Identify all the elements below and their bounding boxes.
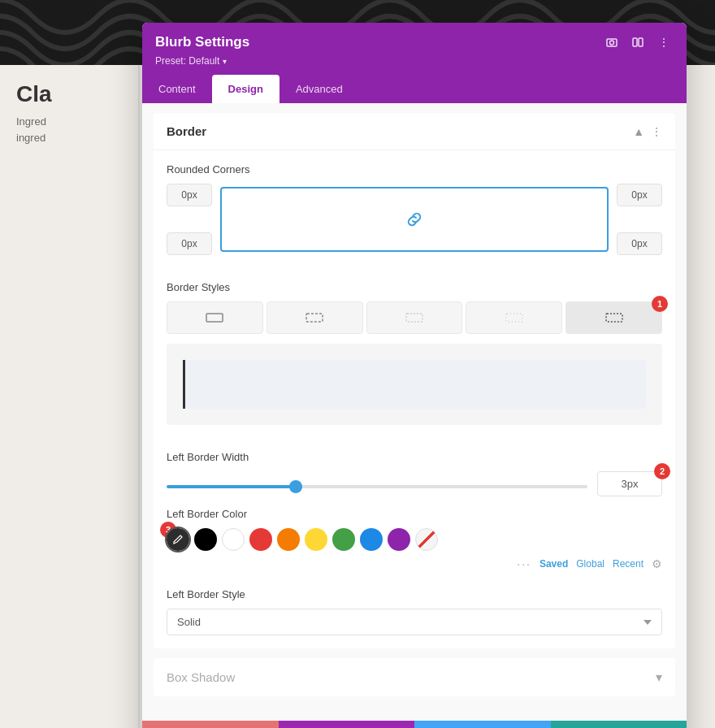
left-border-color-section: Left Border Color 3 <box>154 496 675 582</box>
border-style-solid[interactable] <box>167 301 263 334</box>
corner-tl-input[interactable] <box>167 184 212 206</box>
color-tab-recent[interactable]: Recent <box>613 558 644 570</box>
border-section: Border ▲ ⋮ Rounded Corners <box>154 113 675 648</box>
corner-bl-input[interactable] <box>167 232 212 255</box>
slider-container <box>167 477 587 492</box>
preset-arrow: ▾ <box>223 57 227 66</box>
border-style-dashed-outer[interactable] <box>266 301 363 334</box>
modal-title: Blurb Settings <box>155 34 249 50</box>
corner-visual <box>220 187 609 252</box>
corner-tr-input[interactable] <box>617 184 662 206</box>
left-border-color-label: Left Border Color <box>167 508 662 520</box>
swatch-green[interactable] <box>332 528 355 551</box>
section-more-icon[interactable]: ⋮ <box>651 125 662 138</box>
border-preview <box>167 344 662 425</box>
svg-rect-4 <box>639 38 643 46</box>
cancel-button[interactable]: ✕ <box>142 721 279 728</box>
swatch-black[interactable] <box>194 528 217 551</box>
border-styles-label: Border Styles <box>167 281 662 293</box>
modal-header-icons: ⋮ <box>602 32 674 52</box>
redo-button[interactable]: ↻ <box>414 721 551 728</box>
color-tab-global[interactable]: Global <box>576 558 604 570</box>
swatch-badge-wrap: 3 <box>167 528 189 551</box>
blurb-settings-modal: Blurb Settings ⋮ Preset: Defau <box>142 23 687 728</box>
svg-rect-6 <box>306 314 323 322</box>
left-divider <box>138 65 140 728</box>
modal-header: Blurb Settings ⋮ Preset: Defau <box>142 23 687 75</box>
left-text-1: Ingred <box>16 114 134 130</box>
border-style-dashed-inner[interactable] <box>366 301 463 334</box>
columns-icon[interactable] <box>628 32 648 52</box>
border-style-dotted[interactable] <box>466 301 562 334</box>
value-input-wrap: 2 <box>597 471 662 496</box>
modal-tabs: Content Design Advanced <box>142 75 687 103</box>
corner-br-input[interactable] <box>617 232 662 255</box>
tab-content[interactable]: Content <box>142 75 212 103</box>
modal-body: Border ▲ ⋮ Rounded Corners <box>142 103 687 721</box>
modal-title-row: Blurb Settings ⋮ <box>155 32 674 52</box>
left-border-width-label: Left Border Width <box>167 451 662 463</box>
box-shadow-section[interactable]: Box Shadow ▾ <box>154 658 675 696</box>
more-options-icon[interactable]: ⋮ <box>654 32 674 52</box>
color-settings-icon[interactable]: ⚙ <box>652 557 662 570</box>
collapse-icon[interactable]: ▲ <box>633 125 644 138</box>
left-border-style-select[interactable]: Solid Dashed Dotted Double None <box>167 609 662 635</box>
swatch-dark[interactable] <box>167 528 189 551</box>
border-section-icons: ▲ ⋮ <box>633 125 662 138</box>
swatch-yellow[interactable] <box>305 528 327 551</box>
rounded-corners-container: Rounded Corners <box>154 150 675 268</box>
border-section-header: Border ▲ ⋮ <box>154 113 675 150</box>
tab-advanced[interactable]: Advanced <box>280 75 359 103</box>
save-button[interactable]: ✓ <box>551 721 687 728</box>
modal-preset[interactable]: Preset: Default ▾ <box>155 55 674 75</box>
border-styles-section: Border Styles <box>154 268 675 438</box>
preset-label: Preset: Default <box>155 55 219 67</box>
svg-rect-3 <box>633 38 637 46</box>
svg-rect-7 <box>406 314 422 322</box>
left-border-style-section: Left Border Style Solid Dashed Dotted Do… <box>154 582 675 648</box>
pen-icon <box>173 535 183 544</box>
swatch-orange[interactable] <box>277 528 300 551</box>
left-border-width-section: Left Border Width 2 <box>154 438 675 496</box>
left-text-2: ingred <box>16 130 134 146</box>
svg-point-2 <box>610 41 614 45</box>
box-shadow-title: Box Shadow <box>167 670 235 684</box>
border-width-badge: 2 <box>654 463 670 479</box>
svg-rect-9 <box>606 314 622 322</box>
color-swatches: 3 <box>167 528 662 551</box>
left-content-area: Cla Ingred ingred <box>0 65 142 162</box>
link-icon <box>405 210 423 228</box>
more-colors-icon[interactable]: ··· <box>517 557 531 570</box>
border-styles-row: 1 <box>167 301 662 334</box>
border-width-slider[interactable] <box>167 485 587 488</box>
left-title: Cla <box>16 81 134 107</box>
slider-row: 2 <box>167 471 662 496</box>
border-section-title: Border <box>167 124 206 138</box>
color-tabs-row: ··· Saved Global Recent ⚙ <box>167 557 662 570</box>
border-styles-badge: 1 <box>652 296 668 312</box>
chevron-down-icon[interactable]: ▾ <box>656 670 662 685</box>
swatch-blue[interactable] <box>360 528 383 551</box>
border-style-active[interactable]: 1 <box>566 301 662 334</box>
rounded-corners-grid <box>167 184 662 255</box>
swatch-red[interactable] <box>249 528 272 551</box>
reset-button[interactable]: ↺ <box>279 721 415 728</box>
svg-rect-5 <box>206 314 223 322</box>
modal-footer: ✕ ↺ ↻ ✓ <box>142 721 687 728</box>
tab-design[interactable]: Design <box>212 75 280 103</box>
swatch-white[interactable] <box>222 528 245 551</box>
color-tab-saved[interactable]: Saved <box>540 558 568 570</box>
rounded-corners-label: Rounded Corners <box>167 163 662 176</box>
fullscreen-icon[interactable] <box>602 32 622 52</box>
svg-rect-8 <box>506 314 522 322</box>
swatch-purple[interactable] <box>388 528 410 551</box>
border-width-input[interactable] <box>597 471 662 496</box>
swatch-slash[interactable] <box>415 528 438 551</box>
left-border-style-label: Left Border Style <box>167 588 662 600</box>
border-preview-inner <box>183 360 646 409</box>
